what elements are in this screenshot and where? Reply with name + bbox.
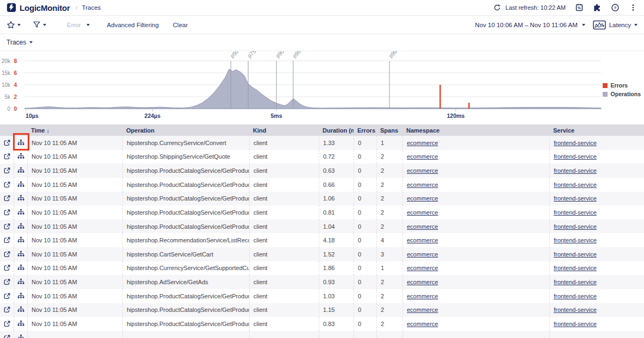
integrations-icon[interactable] <box>592 3 602 12</box>
column-header-duration-ms[interactable]: Duration (ms) <box>319 127 354 134</box>
trace-tree-icon[interactable] <box>14 331 27 338</box>
trace-service-link[interactable]: frontend-service <box>554 279 597 285</box>
table-row[interactable]: Nov 10 11:05 AMhipstershop.ProductCatalo… <box>0 192 644 206</box>
table-row[interactable]: Nov 10 11:05 AMhipstershop.ProductCatalo… <box>0 220 644 234</box>
table-row[interactable]: Nov 10 11:05 AMhipstershop.ShippingServi… <box>0 150 644 164</box>
y-axis-errors-tick: 0 <box>14 106 17 112</box>
trace-tree-icon[interactable] <box>14 178 27 192</box>
trace-tree-icon[interactable] <box>14 220 27 234</box>
column-header-kind[interactable]: Kind <box>249 127 319 134</box>
trace-namespace-link[interactable]: ecommerce <box>407 223 438 230</box>
view-selector-dropdown[interactable]: Traces <box>7 39 26 46</box>
table-row-partial[interactable] <box>0 331 644 338</box>
open-trace-icon[interactable] <box>0 150 14 164</box>
trace-service-link[interactable]: frontend-service <box>554 223 597 230</box>
trace-service-link[interactable]: frontend-service <box>554 195 597 202</box>
trace-namespace-link[interactable]: ecommerce <box>407 181 438 188</box>
advanced-filtering-button[interactable]: Advanced Filtering <box>107 22 159 28</box>
open-trace-icon[interactable] <box>0 275 14 289</box>
trace-tree-icon[interactable] <box>14 247 27 261</box>
trace-namespace-link[interactable]: ecommerce <box>407 209 438 216</box>
table-row[interactable]: Nov 10 11:05 AMhipstershop.ProductCatalo… <box>0 205 644 220</box>
trace-namespace-link[interactable]: ecommerce <box>407 293 438 299</box>
column-header-time[interactable]: Time↓ <box>27 127 122 134</box>
metric-selector-dropdown[interactable]: Latency <box>593 20 637 30</box>
trace-tree-icon[interactable] <box>14 136 27 150</box>
open-trace-icon[interactable] <box>0 331 14 338</box>
trace-namespace-link[interactable]: ecommerce <box>407 140 438 146</box>
trace-service-link[interactable]: frontend-service <box>554 167 597 174</box>
trace-tree-icon[interactable] <box>14 150 27 164</box>
table-row[interactable]: Nov 10 11:05 AMhipstershop.CartService/G… <box>0 247 644 261</box>
open-trace-icon[interactable] <box>0 247 14 261</box>
trace-tree-icon[interactable] <box>14 317 27 331</box>
refresh-icon[interactable] <box>492 3 501 12</box>
table-row[interactable]: Nov 10 11:05 AMhipstershop.Recommendatio… <box>0 233 644 247</box>
table-row[interactable]: Nov 10 11:05 AMhipstershop.ProductCatalo… <box>0 303 644 317</box>
trace-service-link[interactable]: frontend-service <box>554 237 597 243</box>
trace-service-link[interactable]: frontend-service <box>554 140 597 146</box>
clear-filters-button[interactable]: Clear <box>173 22 188 28</box>
trace-tree-icon[interactable] <box>14 275 27 289</box>
trace-service-link[interactable]: frontend-service <box>554 251 597 258</box>
trace-namespace-link[interactable]: ecommerce <box>407 237 438 243</box>
trace-service-link[interactable]: frontend-service <box>554 293 597 299</box>
column-header-namespace[interactable]: Namespace <box>403 127 549 134</box>
trace-namespace-link[interactable]: ecommerce <box>407 195 438 202</box>
trace-service-link[interactable]: frontend-service <box>554 209 597 216</box>
datasource-icon[interactable]: % <box>574 3 584 12</box>
filter-dropdown[interactable] <box>33 21 46 29</box>
trace-service-link[interactable]: frontend-service <box>554 153 597 160</box>
column-header-spans[interactable]: Spans <box>376 127 403 134</box>
open-trace-icon[interactable] <box>0 220 14 234</box>
column-header-service[interactable]: Service <box>549 127 644 134</box>
table-row[interactable]: Nov 10 11:05 AMhipstershop.ProductCatalo… <box>0 289 644 303</box>
open-trace-icon[interactable] <box>0 192 14 206</box>
table-row[interactable]: Nov 10 11:05 AMhipstershop.ProductCatalo… <box>0 164 644 178</box>
open-trace-icon[interactable] <box>0 164 14 178</box>
trace-tree-icon[interactable] <box>14 192 27 206</box>
open-trace-icon[interactable] <box>0 289 14 303</box>
breadcrumb[interactable]: Traces <box>82 4 101 11</box>
open-trace-icon[interactable] <box>0 136 14 150</box>
trace-tree-icon[interactable] <box>14 289 27 303</box>
logicmonitor-logo[interactable]: LogicMonitor <box>7 3 70 12</box>
trace-tree-icon[interactable] <box>14 303 27 317</box>
trace-namespace-link[interactable]: ecommerce <box>407 167 438 174</box>
open-trace-icon[interactable] <box>0 233 14 247</box>
table-row[interactable]: Nov 10 11:05 AMhipstershop.ProductCatalo… <box>0 178 644 192</box>
help-icon[interactable]: ? <box>610 3 620 12</box>
trace-namespace-link[interactable]: ecommerce <box>407 321 438 327</box>
open-trace-icon[interactable] <box>0 317 14 331</box>
trace-tree-icon[interactable] <box>14 233 27 247</box>
trace-namespace-link[interactable]: ecommerce <box>407 306 438 313</box>
table-row[interactable]: Nov 10 11:05 AMhipstershop.CurrencyServi… <box>0 136 644 150</box>
open-trace-icon[interactable] <box>0 205 14 220</box>
trace-tree-icon[interactable] <box>14 261 27 276</box>
open-trace-icon[interactable] <box>0 303 14 317</box>
trace-service: frontend-service <box>549 220 644 234</box>
trace-tree-icon[interactable] <box>14 164 27 178</box>
column-header-errors[interactable]: Errors <box>354 127 376 134</box>
trace-service-link[interactable]: frontend-service <box>554 265 597 271</box>
open-trace-icon[interactable] <box>0 178 14 192</box>
trace-service-link[interactable]: frontend-service <box>554 181 597 188</box>
saved-filters-dropdown[interactable] <box>7 21 21 29</box>
trace-tree-icon[interactable] <box>14 205 27 220</box>
trace-service-link[interactable]: frontend-service <box>554 321 597 327</box>
date-range-dropdown[interactable]: Nov 10 10:06 AM – Nov 10 11:06 AM <box>475 22 585 28</box>
table-row[interactable]: Nov 10 11:05 AMhipstershop.AdService/Get… <box>0 275 644 289</box>
more-menu-icon[interactable] <box>628 3 637 12</box>
open-trace-icon[interactable] <box>0 261 14 276</box>
column-header-operation[interactable]: Operation <box>122 127 249 134</box>
trace-namespace-link[interactable]: ecommerce <box>407 279 438 285</box>
table-row[interactable]: Nov 10 11:05 AMhipstershop.ProductCatalo… <box>0 317 644 331</box>
chevron-down-icon[interactable] <box>29 41 33 43</box>
trace-namespace-link[interactable]: ecommerce <box>407 265 438 271</box>
table-row[interactable]: Nov 10 11:05 AMhipstershop.CurrencyServi… <box>0 261 644 276</box>
error-filter-dropdown[interactable]: Error <box>67 22 90 28</box>
trace-namespace-link[interactable]: ecommerce <box>407 153 438 160</box>
trace-service-link[interactable]: frontend-service <box>554 306 597 313</box>
trace-namespace-link[interactable]: ecommerce <box>407 251 438 258</box>
refresh-control[interactable]: Last refresh: 10:22 AM <box>492 3 566 12</box>
